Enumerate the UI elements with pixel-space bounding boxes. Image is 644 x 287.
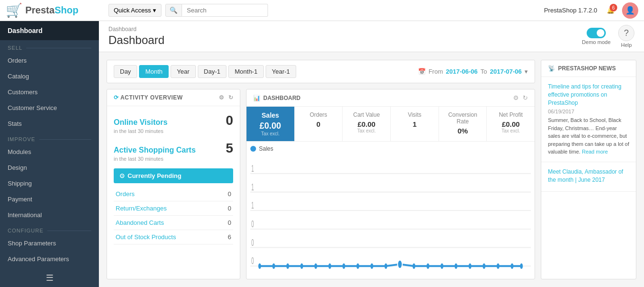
news-date-0: 06/19/2017 <box>548 109 629 114</box>
sidebar-item-international[interactable]: International <box>0 207 99 223</box>
notifications-bell[interactable]: 🔔 6 <box>607 7 614 14</box>
date-btn-day[interactable]: Day <box>114 65 137 78</box>
date-btn-year[interactable]: Year <box>171 65 195 78</box>
chart-stat-sales: Sales £0.00 Tax excl. <box>247 107 295 141</box>
sidebar-collapse-button[interactable]: ☰ <box>0 267 99 287</box>
net-profit-value: £0.00 <box>493 120 529 128</box>
activity-title: ⟳ ACTIVITY OVERVIEW <box>114 94 183 101</box>
demo-mode-label: Demo mode <box>582 39 611 45</box>
cart-value-sub: Tax excl. <box>348 128 385 133</box>
sidebar-item-shipping[interactable]: Shipping <box>0 176 99 191</box>
read-more-0[interactable]: Read more <box>582 149 608 155</box>
svg-point-25 <box>440 263 443 269</box>
help-label: Help <box>621 42 632 48</box>
sidebar: Dashboard SELL Orders Catalog Customers … <box>0 21 99 287</box>
news-title-1[interactable]: Meet Claudia, Ambassador of the month | … <box>548 168 629 184</box>
pending-carts-label[interactable]: Abandoned Carts <box>116 219 164 226</box>
gear-icon[interactable]: ⚙ <box>513 94 519 101</box>
news-header: 📡 PRESTASHOP NEWS <box>541 60 636 77</box>
sidebar-item-modules[interactable]: Modules <box>0 144 99 160</box>
hamburger-icon: ☰ <box>46 273 54 283</box>
sales-sub: Tax excl. <box>252 131 289 136</box>
sidebar-item-stats[interactable]: Stats <box>0 116 99 132</box>
date-btn-month[interactable]: Month <box>139 65 169 78</box>
cart-value-label: Cart Value <box>348 111 385 118</box>
sales-value: £0.00 <box>252 121 289 131</box>
help-icon[interactable]: ? <box>618 25 634 41</box>
chart-stats-row: Sales £0.00 Tax excl. Orders 0 Cart Valu… <box>247 107 535 142</box>
search-input[interactable] <box>182 4 268 17</box>
svg-point-31 <box>520 263 523 269</box>
demo-mode-toggle-area[interactable]: Demo mode <box>582 28 611 45</box>
svg-point-21 <box>385 263 387 269</box>
header-right: Demo mode ? Help <box>582 25 634 48</box>
sidebar-item-customer-service[interactable]: Customer Service <box>0 100 99 116</box>
sidebar-item-customers[interactable]: Customers <box>0 84 99 100</box>
bell-badge: 6 <box>610 4 617 11</box>
from-date: 2017-06-06 <box>446 68 478 75</box>
sidebar-section-sell: SELL <box>0 40 99 53</box>
logo-presta: Presta <box>25 5 54 15</box>
sidebar-item-design[interactable]: Design <box>0 160 99 176</box>
pending-item-carts: Abandoned Carts 0 <box>114 216 233 230</box>
topbar-right: Quick Access ▾ 🔍 PrestaShop 1.7.2.0 🔔 6 … <box>108 2 638 19</box>
conversion-value: 0% <box>445 127 481 135</box>
svg-text:0: 0 <box>251 237 254 247</box>
header-left: Dashboard Dashboard <box>108 26 164 47</box>
active-carts-row: Active Shopping Carts 5 <box>114 141 233 156</box>
pending-outofstock-label[interactable]: Out of Stock Products <box>116 233 176 241</box>
pending-returns-label[interactable]: Return/Exchanges <box>116 205 167 212</box>
pending-outofstock-count: 6 <box>228 233 231 241</box>
date-btn-month-1[interactable]: Month-1 <box>228 65 264 78</box>
quick-access-button[interactable]: Quick Access ▾ <box>108 4 161 17</box>
user-avatar[interactable]: 👤 <box>622 2 638 19</box>
news-body-0: Summer, Back to School, Black Friday, Ch… <box>548 116 629 156</box>
pending-returns-count: 0 <box>228 205 231 212</box>
sidebar-item-orders[interactable]: Orders <box>0 53 99 68</box>
news-panel: 📡 PRESTASHOP NEWS Timeline and tips for … <box>541 60 636 279</box>
left-panel: Day Month Year Day-1 Month-1 Year-1 📅 Fr… <box>107 60 535 279</box>
chart-stat-visits: Visits 1 <box>391 107 439 141</box>
date-range-selector[interactable]: 📅 From 2017-06-06 To 2017-07-06 ▾ <box>418 68 528 75</box>
panels-row: ⟳ ACTIVITY OVERVIEW ⚙ ↻ Online Visitors <box>107 89 535 279</box>
svg-point-23 <box>412 263 415 269</box>
pending-icon: ⊙ <box>119 172 125 179</box>
refresh-small-icon: ⟳ <box>114 94 119 101</box>
sidebar-item-payment[interactable]: Payment <box>0 191 99 207</box>
date-btn-year-1[interactable]: Year-1 <box>266 65 296 78</box>
chart-stat-conversion: Conversion Rate 0% <box>439 107 487 141</box>
to-date: 2017-07-06 <box>490 68 522 75</box>
svg-point-22 <box>397 260 402 269</box>
version-label: PrestaShop 1.7.2.0 <box>544 7 597 14</box>
svg-point-29 <box>497 263 500 269</box>
currently-pending-button[interactable]: ⊙ Currently Pending <box>114 168 233 183</box>
visits-label: Visits <box>397 111 433 118</box>
sidebar-item-catalog[interactable]: Catalog <box>0 68 99 84</box>
help-area[interactable]: ? Help <box>618 25 634 48</box>
sidebar-item-dashboard[interactable]: Dashboard <box>0 21 99 40</box>
sales-label: Sales <box>252 111 289 119</box>
pending-item-returns: Return/Exchanges 0 <box>114 201 233 216</box>
activity-panel: ⟳ ACTIVITY OVERVIEW ⚙ ↻ Online Visitors <box>107 89 240 279</box>
cart-value-value: £0.00 <box>348 120 385 128</box>
refresh-icon[interactable]: ↻ <box>523 94 528 101</box>
online-visitors-row: Online Visitors 0 <box>114 113 233 128</box>
svg-text:0: 0 <box>251 219 254 229</box>
online-visitors-sub: in the last 30 minutes <box>114 128 233 134</box>
date-btn-day-1[interactable]: Day-1 <box>198 65 227 78</box>
search-icon-button[interactable]: 🔍 <box>165 4 182 17</box>
chart-stat-net-profit: Net Profit £0.00 Tax excl. <box>487 107 535 141</box>
svg-point-28 <box>483 263 485 269</box>
demo-mode-toggle[interactable] <box>587 28 606 38</box>
svg-point-17 <box>328 263 331 269</box>
gear-icon[interactable]: ⚙ <box>219 94 225 101</box>
sidebar-item-advanced-parameters[interactable]: Advanced Parameters <box>0 251 99 267</box>
line-chart-svg: 1 1 1 0 0 0 <box>250 155 531 279</box>
search-bar: 🔍 <box>165 4 268 17</box>
sidebar-item-shop-parameters[interactable]: Shop Parameters <box>0 235 99 251</box>
from-label: From <box>429 68 443 75</box>
svg-text:0: 0 <box>251 256 254 266</box>
pending-orders-label[interactable]: Orders <box>116 190 135 198</box>
news-title-0[interactable]: Timeline and tips for creating effective… <box>548 83 629 107</box>
refresh-icon[interactable]: ↻ <box>228 94 234 101</box>
